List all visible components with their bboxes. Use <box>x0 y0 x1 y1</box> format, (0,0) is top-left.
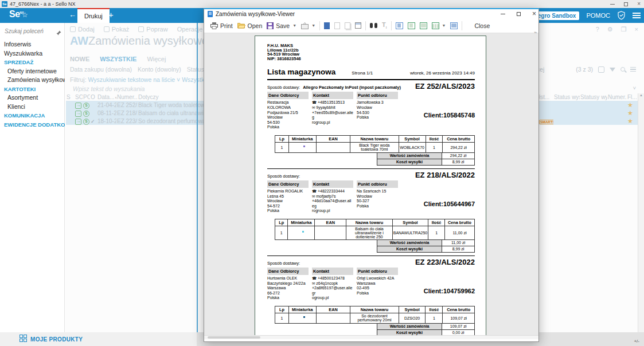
filter-account[interactable]: Konto (dowolny) <box>138 66 181 73</box>
col-date[interactable]: Data...▼ <box>97 94 116 100</box>
new-tab-button[interactable]: + <box>108 10 114 19</box>
list-menu-icon[interactable] <box>630 67 636 72</box>
col-number2[interactable]: Numer... <box>607 94 627 100</box>
single-page-button[interactable] <box>322 21 332 30</box>
sidebar-item-klienci[interactable]: Klienci <box>0 103 65 112</box>
save-dropdown-caret[interactable]: ▼ <box>292 23 296 27</box>
pin-icon[interactable] <box>56 27 61 38</box>
image-toggle-icon[interactable] <box>598 66 604 73</box>
view-dropdown-caret[interactable]: ▼ <box>442 23 446 27</box>
sidebar-section-ewidencje-dodatkowe[interactable]: EWIDENCJE DODATKOWE <box>0 120 65 129</box>
col-so[interactable]: SO <box>75 94 83 100</box>
item-price: 11,00 zł <box>444 226 474 239</box>
open-button[interactable]: Open <box>235 21 265 30</box>
list-search-input[interactable] <box>73 85 199 92</box>
viewer-close-icon[interactable]: × <box>532 11 536 17</box>
close-icon[interactable]: × <box>637 1 641 7</box>
shield-check-icon[interactable] <box>617 11 626 20</box>
item-name: So dezodorant perfumowany 20ml <box>350 313 399 323</box>
view-multipage-button[interactable]: ▼ <box>430 21 448 30</box>
order-number: EZ 252/ALS/2023 <box>415 82 475 91</box>
window-title: 47_6766Nex - a a - Sello NX <box>10 1 76 7</box>
tab-wszystkie[interactable]: WSZYSTKIE <box>100 56 136 62</box>
zoom-plus-minus[interactable]: +/- <box>634 339 639 344</box>
collapse-chevron-icon[interactable]: ˅ <box>633 85 636 91</box>
page-icon <box>324 22 330 29</box>
minimize-icon[interactable] <box>610 4 615 5</box>
filter-mode-dropdown[interactable]: Wyszukiwanie tekstowe na liście ˅ <box>88 76 181 83</box>
order-number: EZ 223/ALS/2022 <box>415 258 475 266</box>
export-button[interactable]: ▼ <box>299 21 318 30</box>
filter-date[interactable]: Data zakupu (dowolna) <box>70 66 132 73</box>
filter-funnel-icon[interactable] <box>610 68 615 72</box>
tab-drukuj[interactable]: Drukuj <box>77 8 110 23</box>
viewer-maximize-icon[interactable] <box>517 12 521 16</box>
binoculars-icon <box>370 23 377 28</box>
sidebar-item-oferty-internetowe[interactable]: Oferty internetowe <box>0 67 65 76</box>
delivery-method: Allegro Paczkomaty InPost (inpost paczko… <box>303 85 401 90</box>
help-link[interactable]: POMOC <box>586 12 610 19</box>
menu-icon[interactable] <box>633 13 641 18</box>
phone-icon: ☎ <box>312 100 318 104</box>
save-button[interactable]: Save ▼ <box>264 21 299 30</box>
maximize-icon[interactable] <box>624 2 628 6</box>
sidebar-section-kartoteki[interactable]: KARTOTEKI <box>0 85 65 94</box>
back-arrow-icon[interactable]: ← <box>69 10 76 19</box>
edit-button[interactable]: Popraw <box>138 26 167 33</box>
help-icon[interactable]: ? <box>596 26 599 33</box>
show-button[interactable]: Pokaż <box>104 26 130 33</box>
viewer-titlebar[interactable]: Zamówienia wysyłkowe-Viewer × <box>204 9 538 18</box>
copy-pages-button[interactable] <box>342 21 353 30</box>
sidebar-item-asortyment[interactable]: Asortyment <box>0 93 65 103</box>
printer-icon <box>210 22 218 29</box>
find-button[interactable] <box>368 22 380 29</box>
item-name: Balsam do ciała ultranawilżenie i dotlen… <box>346 226 393 239</box>
tab-wiecej[interactable]: Więcej <box>147 56 166 62</box>
col-ship-statuses[interactable]: Statusy wysy... <box>580 94 607 100</box>
favorite-star-icon[interactable]: ☆ <box>22 11 28 19</box>
sidebar-item-zamowienia-wysylkowe[interactable]: Zamówienia wysyłkowe <box>0 76 65 85</box>
sidebar-item-wyszukiwarka[interactable]: Wyszukiwarka <box>0 49 65 58</box>
view-actual-button[interactable] <box>393 21 405 30</box>
add-button[interactable]: Dodaj <box>70 26 95 33</box>
viewer-horizontal-scrollbar[interactable] <box>204 335 538 339</box>
col-ship-status[interactable]: Status wysyłki <box>553 94 580 100</box>
col-number[interactable]: Numer... <box>116 94 138 100</box>
restore-icon[interactable]: ❐ <box>621 26 627 33</box>
view-fit-page-button[interactable] <box>405 21 417 30</box>
viewer-minimize-icon[interactable] <box>501 14 505 14</box>
sidebar-section-sprzedaz[interactable]: SPRZEDAŻ <box>0 58 65 67</box>
sidebar-item-infoserwis[interactable]: Infoserwis <box>0 40 65 49</box>
col-payment[interactable]: łst... <box>538 94 553 100</box>
col-o[interactable]: O <box>90 94 97 100</box>
toolbar-separator <box>462 21 462 30</box>
command-search-input[interactable] <box>0 26 53 36</box>
my-products-button[interactable]: MOJE PRODUKTY <box>30 336 83 343</box>
view-fit-width-button[interactable] <box>417 21 430 30</box>
col-flags[interactable]: Fl... <box>627 94 639 100</box>
toolbar-separator <box>365 21 366 30</box>
col-po[interactable]: PO <box>83 94 90 100</box>
export-dropdown-caret[interactable]: ▼ <box>311 23 315 27</box>
sidebar-section-komunikacja[interactable]: KOMUNIKACJA <box>0 111 65 120</box>
close-viewer-button[interactable]: Close <box>472 21 492 30</box>
close-panel-icon[interactable]: × <box>635 26 638 33</box>
pickup-header: Punkt odbioru <box>357 92 398 99</box>
search-icon[interactable] <box>620 67 625 72</box>
flag-star-icon[interactable]: ★ <box>627 101 633 108</box>
view-zoom-button[interactable] <box>448 21 460 30</box>
print-button[interactable]: Print <box>208 21 235 30</box>
tab-nowe[interactable]: NOWE <box>70 56 89 62</box>
operations-button[interactable]: Operacje <box>177 26 203 33</box>
gear-icon[interactable]: ⚙ <box>607 26 613 33</box>
items-header-row: Lp Miniaturka EAN Nazwa towaru Symbol Il… <box>275 219 475 226</box>
text-select-button[interactable]: TI <box>380 20 389 30</box>
flag-star-icon[interactable]: ★ <box>627 117 633 124</box>
col-s[interactable]: S <box>66 94 75 100</box>
table-view-button[interactable] <box>353 21 364 30</box>
clipboard-button[interactable] <box>332 21 342 30</box>
scrollbar-thumb[interactable] <box>208 336 260 339</box>
grid-scrollbar[interactable]: ▲ <box>638 93 644 332</box>
page-title: Zamówienia wysyłkowe <box>88 34 208 48</box>
flag-star-icon[interactable]: ★ <box>627 109 633 116</box>
